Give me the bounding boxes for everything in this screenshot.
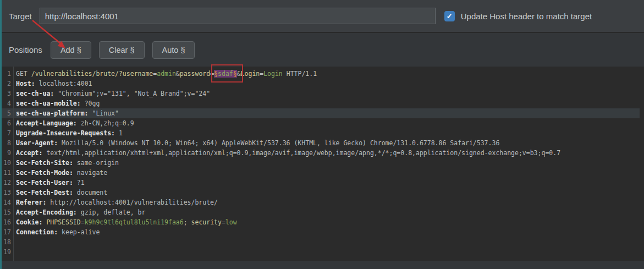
request-text: Sec-Fetch-Dest: document (11, 188, 107, 197)
line-number: 15 (0, 207, 11, 217)
request-text: GET /vulnerabilities/brute/?username=adm… (11, 69, 317, 79)
line-number: 17 (0, 227, 11, 237)
request-text: Host: localhost:4001 (11, 79, 92, 89)
positions-label: Positions (9, 45, 42, 54)
line-number: 14 (0, 197, 11, 207)
request-line[interactable]: 1GET /vulnerabilities/brute/?username=ad… (0, 69, 640, 79)
request-editor[interactable]: 1GET /vulnerabilities/brute/?username=ad… (0, 67, 644, 261)
line-number: 13 (0, 188, 11, 197)
request-line[interactable]: 17Connection: keep-alive (0, 227, 640, 237)
request-line[interactable]: 15Accept-Encoding: gzip, deflate, br (0, 207, 640, 217)
line-number: 16 (0, 217, 11, 227)
bottom-bar (0, 261, 644, 269)
request-text: Accept-Encoding: gzip, deflate, br (11, 207, 145, 217)
positions-bar: Positions Add §Clear §Auto § (0, 33, 644, 67)
request-text: Sec-Fetch-User: ?1 (11, 178, 85, 188)
update-host-checkbox[interactable]: ✓ (444, 11, 455, 21)
request-line[interactable]: 4sec-ch-ua-mobile: ?0gg (0, 98, 640, 108)
request-line[interactable]: 9Accept: text/html,application/xhtml+xml… (0, 148, 640, 158)
request-line[interactable]: 5sec-ch-ua-platform: "Linux" (0, 108, 640, 118)
request-text: Cookie: PHPSESSID=k9h9c9tl6qtul8lu5lni19… (11, 217, 237, 227)
intruder-positions-panel: Target ✓ Update Host header to match tar… (0, 0, 644, 269)
target-bar: Target ✓ Update Host header to match tar… (0, 0, 644, 33)
line-number: 9 (0, 148, 11, 158)
request-text: Connection: keep-alive (11, 227, 100, 237)
request-line[interactable]: 18 (0, 237, 640, 247)
line-number: 1 (0, 69, 11, 79)
request-line[interactable]: 11Sec-Fetch-Mode: navigate (0, 168, 640, 178)
line-number: 7 (0, 128, 11, 138)
checkmark-icon: ✓ (447, 13, 453, 20)
request-line[interactable]: 10Sec-Fetch-Site: same-origin (0, 158, 640, 168)
request-line[interactable]: 19 (0, 247, 640, 257)
line-number: 3 (0, 89, 11, 98)
target-url-input[interactable] (40, 8, 436, 24)
request-line[interactable]: 2Host: localhost:4001 (0, 79, 640, 89)
request-text: Referer: http://localhost:4001/vulnerabi… (11, 197, 218, 207)
clear-payload-marker-button[interactable]: Clear § (99, 41, 145, 59)
update-host-checkbox-label[interactable]: Update Host header to match target (461, 12, 592, 21)
line-number: 5 (0, 108, 11, 118)
auto-payload-marker-button[interactable]: Auto § (152, 41, 195, 59)
request-line[interactable]: 16Cookie: PHPSESSID=k9h9c9tl6qtul8lu5lni… (0, 217, 640, 227)
line-number: 8 (0, 138, 11, 148)
request-line[interactable]: 6Accept-Language: zh-CN,zh;q=0.9 (0, 118, 640, 128)
request-text: User-Agent: Mozilla/5.0 (Windows NT 10.0… (11, 138, 499, 148)
request-text: Upgrade-Insecure-Requests: 1 (11, 128, 123, 138)
gutter-divider (13, 67, 14, 261)
left-accent-stripe (0, 0, 2, 269)
line-number: 4 (0, 98, 11, 108)
request-text: sec-ch-ua: "Chromium";v="131", "Not_A Br… (11, 89, 210, 98)
add-payload-marker-button[interactable]: Add § (51, 41, 91, 59)
request-text: Sec-Fetch-Mode: navigate (11, 168, 107, 178)
request-line[interactable]: 3sec-ch-ua: "Chromium";v="131", "Not_A B… (0, 89, 640, 98)
line-number: 19 (0, 247, 11, 257)
line-number: 18 (0, 237, 11, 247)
line-number: 12 (0, 178, 11, 188)
line-number: 10 (0, 158, 11, 168)
request-line[interactable]: 14Referer: http://localhost:4001/vulnera… (0, 197, 640, 207)
line-number: 6 (0, 118, 11, 128)
line-number: 11 (0, 168, 11, 178)
request-text: Accept: text/html,application/xhtml+xml,… (11, 148, 560, 158)
request-text: Sec-Fetch-Site: same-origin (11, 158, 119, 168)
request-text: Accept-Language: zh-CN,zh;q=0.9 (11, 118, 134, 128)
line-number: 2 (0, 79, 11, 89)
request-text: sec-ch-ua-platform: "Linux" (11, 108, 119, 118)
request-line[interactable]: 13Sec-Fetch-Dest: document (0, 188, 640, 197)
target-label: Target (9, 12, 32, 21)
positions-buttons: Add §Clear §Auto § (51, 41, 195, 59)
request-line[interactable]: 12Sec-Fetch-User: ?1 (0, 178, 640, 188)
request-line[interactable]: 7Upgrade-Insecure-Requests: 1 (0, 128, 640, 138)
request-line[interactable]: 8User-Agent: Mozilla/5.0 (Windows NT 10.… (0, 138, 640, 148)
request-text: sec-ch-ua-mobile: ?0gg (11, 98, 100, 108)
